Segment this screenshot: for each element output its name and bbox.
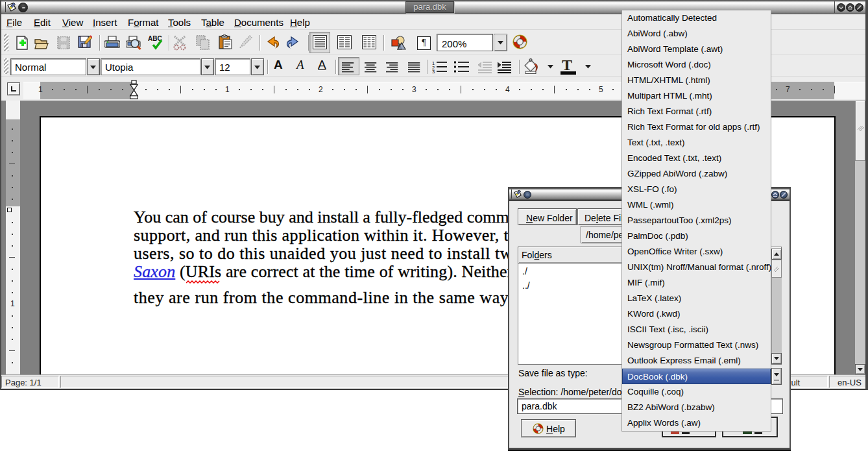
svg-text:3: 3 [432,69,435,73]
